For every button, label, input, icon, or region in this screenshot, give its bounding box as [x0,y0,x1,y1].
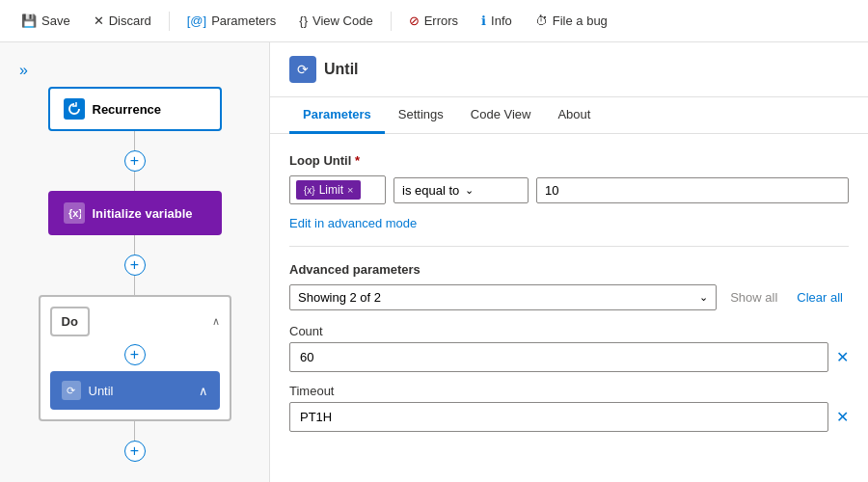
connector-2: + [124,235,146,295]
token-remove-button[interactable]: × [347,184,353,196]
loop-until-label: Loop Until * [289,153,849,168]
recurrence-icon [64,98,85,120]
tab-settings[interactable]: Settings [385,97,457,134]
line-2 [134,172,135,191]
errors-label: Errors [424,13,458,28]
until-in-do-node[interactable]: ⟳ Until ∧ [50,371,220,410]
errors-button[interactable]: ⊘ Errors [399,9,468,33]
toolbar: 💾 Save ✕ Discard [@] Parameters {} View … [0,0,868,42]
do-container: Do ∧ + ⟳ Until ∧ [39,295,231,421]
required-star: * [355,153,360,168]
divider-1 [289,246,849,247]
right-panel: ⟳ Until Parameters Settings Code View Ab… [270,42,868,482]
timeout-input[interactable] [289,402,828,432]
initvar-icon: {x} [64,202,85,224]
add-step-do[interactable]: + [124,344,146,365]
timeout-param-row: Timeout ✕ [289,384,849,432]
code-icon: {} [299,13,308,28]
info-icon: ℹ [481,13,486,28]
bug-icon: ⏱ [535,13,548,28]
showing-dropdown[interactable]: Showing 2 of 2 ⌄ [289,284,717,310]
do-label[interactable]: Do [50,307,90,336]
info-button[interactable]: ℹ Info [472,9,522,33]
until-icon: ⟳ [289,56,316,83]
showing-row: Showing 2 of 2 ⌄ Show all Clear all [289,284,849,310]
token-label: Limit [319,183,343,197]
errors-icon: ⊘ [409,13,420,28]
count-label: Count [289,324,849,338]
file-bug-button[interactable]: ⏱ File a bug [526,9,617,33]
clear-all-button[interactable]: Clear all [791,286,849,308]
discard-label: Discard [109,13,151,28]
add-step-1[interactable]: + [124,150,146,172]
showing-chevron-icon: ⌄ [699,291,708,304]
connector-1: + [124,131,146,191]
add-step-bottom[interactable]: + [124,441,146,462]
recurrence-node[interactable]: Recurrence [48,87,222,131]
until-chevron-icon: ∧ [199,384,208,398]
condition-value-text: is equal to [402,183,459,198]
svg-text:{x}: {x} [68,207,81,219]
do-header: Do ∧ [50,307,220,336]
show-all-button[interactable]: Show all [724,286,783,308]
count-clear-button[interactable]: ✕ [836,348,849,366]
parameters-icon: [@] [187,13,206,28]
timeout-input-row: ✕ [289,402,849,432]
init-var-label: Initialize variable [93,206,193,221]
line-4 [134,276,135,295]
tab-parameters[interactable]: Parameters [289,97,385,134]
init-variable-node[interactable]: {x} Initialize variable [48,191,222,235]
condition-dropdown[interactable]: is equal to ⌄ [393,177,529,203]
connector-bottom: + [124,421,146,462]
line-1 [134,131,135,150]
separator-1 [169,12,170,31]
separator-2 [391,12,392,31]
expand-arrows-icon[interactable]: » [19,62,28,78]
token-icon: {x} [304,185,315,196]
main-layout: » Recurrence + {x} Initialize variable + [0,42,868,482]
file-bug-label: File a bug [553,13,608,28]
tabs-bar: Parameters Settings Code View About [270,97,868,134]
until-header: ⟳ Until [270,42,868,97]
timeout-label: Timeout [289,384,849,398]
count-param-row: Count ✕ [289,324,849,372]
line-5 [134,421,135,441]
save-icon: 💾 [21,13,37,28]
view-code-label: View Code [312,13,373,28]
flow-panel: » Recurrence + {x} Initialize variable + [0,42,270,482]
panel-content: Loop Until * {x} Limit × is equal to ⌄ [270,134,868,463]
save-label: Save [41,13,70,28]
tab-about[interactable]: About [544,97,604,134]
loop-until-row: {x} Limit × is equal to ⌄ [289,175,849,204]
token-wrapper[interactable]: {x} Limit × [289,175,386,204]
condition-chevron-icon: ⌄ [465,184,474,197]
parameters-label: Parameters [211,13,276,28]
count-input[interactable] [289,342,828,372]
save-button[interactable]: 💾 Save [12,9,80,33]
add-step-2[interactable]: + [124,254,146,276]
line-3 [134,235,135,254]
showing-text: Showing 2 of 2 [298,290,381,305]
info-label: Info [491,13,512,28]
discard-icon: ✕ [94,13,104,28]
do-chevron-icon: ∧ [212,315,220,328]
until-inner-icon: ⟳ [62,381,81,400]
parameters-button[interactable]: [@] Parameters [177,9,286,33]
until-inner-label: Until [89,384,114,398]
discard-button[interactable]: ✕ Discard [84,9,161,33]
view-code-button[interactable]: {} View Code [289,9,382,33]
token-chip: {x} Limit × [296,180,361,200]
until-title: Until [324,61,359,78]
edit-advanced-link[interactable]: Edit in advanced mode [289,216,417,230]
tab-code-view[interactable]: Code View [457,97,545,134]
count-input-row: ✕ [289,342,849,372]
connector-do-inner: + [50,344,220,365]
recurrence-label: Recurrence [93,102,162,117]
condition-value-input[interactable] [536,177,849,203]
timeout-clear-button[interactable]: ✕ [836,408,849,426]
advanced-params-label: Advanced parameters [289,262,849,277]
